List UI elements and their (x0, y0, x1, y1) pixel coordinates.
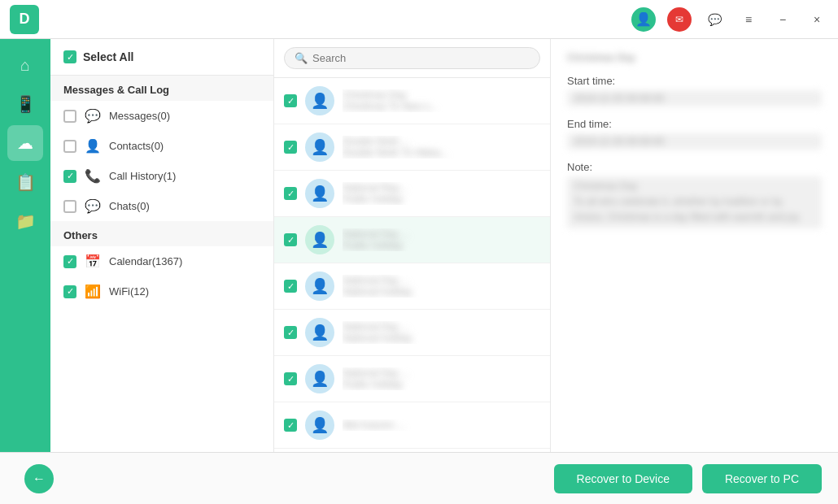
title-bar: D 👤 ✉ 💬 ≡ − × (0, 0, 838, 39)
select-all-row[interactable]: ✓ Select All (50, 39, 273, 76)
contact-item[interactable]: ✓ 👤 National Day ... National holiday (274, 310, 550, 356)
contact-info: National Day ... Public holiday (343, 228, 540, 251)
wifi-checkbox[interactable]: ✓ (63, 285, 76, 298)
end-time-label: End time: (567, 118, 822, 130)
calendar-icon: 📅 (85, 254, 101, 269)
contacts-label: Contacts(0) (109, 140, 164, 152)
list-item-wifi[interactable]: ✓ 📶 WiFi(12) (50, 276, 273, 306)
contact-checkbox[interactable]: ✓ (284, 326, 297, 339)
messages-icon: 💬 (85, 108, 101, 124)
list-item-messages[interactable]: 💬 Messages(0) (50, 101, 273, 131)
search-bar-row: 🔍 (274, 39, 550, 78)
contact-item[interactable]: ✓ 👤 National Rep... Public holiday (274, 171, 550, 217)
contact-sub: Christmas To New s... (343, 101, 540, 112)
wifi-label: WiFi(12) (109, 285, 149, 298)
contact-name: National Day ... (343, 228, 540, 240)
contact-avatar: 👤 (305, 318, 334, 347)
contact-name: Double Ninth ... (343, 136, 540, 147)
chat-button[interactable]: 💬 (703, 8, 726, 31)
contact-checkbox[interactable]: ✓ (284, 141, 297, 154)
main-container: ⌂ 📱 ☁ 📋 📁 ✓ Select All Messages & Call L… (0, 39, 838, 452)
contact-sub: National holiday (343, 286, 540, 298)
contact-info: Christmas Day Christmas To New s... (343, 89, 540, 112)
contact-item[interactable]: ✓ 👤 Double Ninth ... Double Ninth To Hld… (274, 124, 550, 171)
list-item-contacts[interactable]: 👤 Contacts(0) (50, 131, 273, 161)
mail-icon[interactable]: ✉ (667, 7, 692, 32)
contact-checkbox[interactable]: ✓ (284, 233, 297, 246)
contact-sub: Public holiday (343, 193, 540, 205)
search-wrapper[interactable]: 🔍 (284, 47, 540, 69)
recover-pc-button[interactable]: Recover to PC (702, 464, 822, 493)
sidebar-item-home[interactable]: ⌂ (7, 47, 43, 83)
select-all-checkbox[interactable]: ✓ (63, 50, 76, 63)
contact-name: Christmas Day (343, 89, 540, 101)
contact-avatar: 👤 (305, 133, 334, 162)
right-detail-panel: Christmas Day Start time: 2019-12-25 00:… (551, 39, 838, 452)
contact-item[interactable]: ✓ 👤 Mid Autumn ... (274, 402, 550, 449)
close-button[interactable]: × (805, 8, 828, 31)
note-label: Note: (567, 161, 822, 173)
contact-avatar: 👤 (305, 272, 334, 301)
select-all-label: Select All (83, 50, 134, 63)
call-history-icon: 📞 (85, 168, 101, 184)
contact-avatar: 👤 (305, 179, 334, 208)
title-bar-actions: 👤 ✉ 💬 ≡ − × (631, 7, 828, 32)
contact-avatar: 👤 (305, 225, 334, 254)
section-others-label: Others (50, 221, 273, 246)
list-item-calendar[interactable]: ✓ 📅 Calendar(1367) (50, 246, 273, 276)
detail-title: Christmas Day (567, 52, 822, 63)
chats-icon: 💬 (85, 198, 101, 214)
list-item-chats[interactable]: 💬 Chats(0) (50, 191, 273, 221)
start-time-label: Start time: (567, 75, 822, 87)
back-button[interactable]: ← (24, 464, 54, 493)
sidebar-item-cloud[interactable]: ☁ (7, 125, 43, 161)
contact-info: National Day ... National holiday (343, 321, 540, 344)
contact-sub: Public holiday (343, 240, 540, 251)
contact-item[interactable]: ✓ 👤 National Day ... Public holiday (274, 217, 550, 263)
middle-panel: 🔍 ✓ 👤 Christmas Day Christmas To New s..… (274, 39, 551, 452)
calendar-checkbox[interactable]: ✓ (63, 255, 76, 268)
contacts-checkbox[interactable] (63, 140, 76, 153)
search-icon: 🔍 (295, 52, 308, 64)
contact-sub: Double Ninth To Hldea... (343, 147, 540, 159)
list-item-call-history[interactable]: ✓ 📞 Call History(1) (50, 161, 273, 191)
contact-checkbox[interactable]: ✓ (284, 280, 297, 293)
contact-name: National Day ... (343, 321, 540, 332)
chats-checkbox[interactable] (63, 200, 76, 213)
contact-item[interactable]: ✓ 👤 Christmas Day Christmas To New s... (274, 78, 550, 124)
call-history-checkbox[interactable]: ✓ (63, 170, 76, 183)
contact-checkbox[interactable]: ✓ (284, 187, 297, 200)
contact-info: National Day ... Public holiday (343, 367, 540, 390)
contact-item[interactable]: ✓ 👤 National Day ... National holiday (274, 263, 550, 310)
messages-label: Messages(0) (109, 110, 170, 122)
contact-info: National Day ... National holiday (343, 275, 540, 298)
contact-name: National Rep... (343, 182, 540, 193)
contact-sub: National holiday (343, 332, 540, 344)
minimize-button[interactable]: − (771, 8, 794, 31)
contact-checkbox[interactable]: ✓ (284, 94, 297, 107)
sidebar-item-files[interactable]: 📋 (7, 164, 43, 200)
call-history-label: Call History(1) (109, 170, 176, 182)
contact-sub: Public holiday (343, 379, 540, 390)
contact-checkbox[interactable]: ✓ (284, 419, 297, 432)
menu-button[interactable]: ≡ (737, 8, 760, 31)
end-time-value: 2019-12-26 00:00:00 (567, 133, 822, 150)
messages-checkbox[interactable] (63, 110, 76, 123)
avatar-icon[interactable]: 👤 (631, 7, 656, 32)
app-logo: D (10, 5, 39, 34)
bottom-bar: ← Recover to Device Recover to PC (0, 452, 838, 504)
contact-info: National Rep... Public holiday (343, 182, 540, 205)
sidebar-icons: ⌂ 📱 ☁ 📋 📁 (0, 39, 50, 452)
search-input[interactable] (312, 52, 530, 64)
contact-name: Mid Autumn ... (343, 419, 540, 431)
contacts-icon: 👤 (85, 138, 101, 154)
sidebar-item-folder[interactable]: 📁 (7, 203, 43, 239)
chats-label: Chats(0) (109, 200, 150, 212)
calendar-label: Calendar(1367) (109, 255, 182, 267)
contact-item[interactable]: ✓ 👤 National Day ... Public holiday (274, 356, 550, 402)
recover-device-button[interactable]: Recover to Device (554, 464, 692, 493)
sidebar-item-phone[interactable]: 📱 (7, 86, 43, 122)
contact-avatar: 👤 (305, 86, 334, 115)
contact-avatar: 👤 (305, 411, 334, 440)
contact-checkbox[interactable]: ✓ (284, 372, 297, 385)
